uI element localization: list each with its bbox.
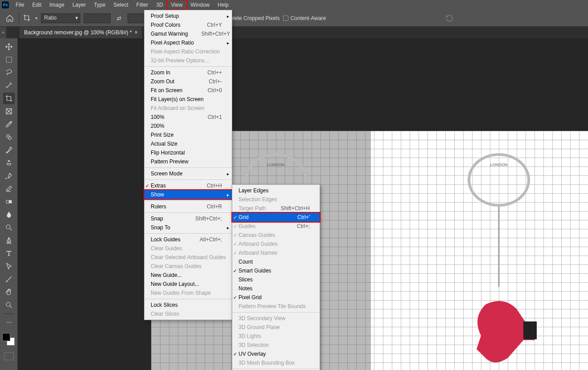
menu-item-clear-guides: Clear Guides (144, 244, 232, 253)
crop-tool[interactable] (3, 93, 15, 104)
menu-item-100-[interactable]: 100%Ctrl+1 (144, 113, 232, 122)
ratio-preset-select[interactable]: Ratio▾ (41, 13, 80, 23)
type-tool[interactable] (3, 248, 15, 259)
document-tab[interactable]: Background remover.jpg @ 100% (RGB/8#) *… (20, 27, 143, 38)
menu-item-gamut-warning[interactable]: Gamut WarningShift+Ctrl+Y (144, 29, 232, 38)
expand-panel-button[interactable]: » (0, 27, 6, 38)
menu-window[interactable]: Window (187, 0, 214, 9)
menu-item-artboard-guides: ✓Artboard Guides (232, 240, 320, 248)
menu-item-fit-on-screen[interactable]: Fit on ScreenCtrl+0 (144, 86, 232, 95)
show-submenu-dropdown: Layer EdgesSelection EdgesTarget PathShi… (232, 184, 320, 370)
menu-item-pixel-grid[interactable]: ✓Pixel Grid (232, 293, 320, 302)
lasso-tool[interactable] (3, 67, 15, 78)
eyedropper-tool[interactable] (3, 118, 15, 130)
menu-item-200-[interactable]: 200% (144, 122, 232, 130)
menu-item-screen-mode[interactable]: Screen Mode▸ (144, 169, 232, 178)
healing-tool[interactable] (3, 131, 15, 143)
menu-item-notes[interactable]: Notes (232, 284, 320, 293)
menu-item-lock-slices[interactable]: Lock Slices (144, 301, 232, 309)
menu-edit[interactable]: Edit (28, 0, 45, 9)
shape-tool[interactable] (3, 273, 15, 285)
menu-item-snap[interactable]: SnapShift+Ctrl+; (144, 214, 232, 223)
menu-item-3d-selection: 3D Selection (232, 341, 320, 350)
crop-tool-indicator[interactable] (23, 14, 32, 23)
ratio-label: Ratio (44, 15, 57, 21)
menu-item-count[interactable]: Count (232, 257, 320, 266)
brush-tool[interactable] (3, 144, 15, 156)
menu-item-grid[interactable]: ✓GridCtrl+' (232, 213, 320, 222)
eraser-tool[interactable] (3, 183, 15, 195)
marquee-tool[interactable] (3, 54, 15, 65)
menu-separator (145, 167, 231, 168)
blur-tool[interactable] (3, 209, 15, 220)
product-image-right (445, 202, 557, 370)
svg-rect-5 (6, 200, 9, 203)
menu-filter[interactable]: Filter (132, 0, 152, 9)
edit-toolbar-button[interactable]: ⋯ (3, 317, 15, 328)
document-tabs: Background remover.jpg @ 100% (RGB/8#) *… (0, 27, 588, 38)
menu-item-flip-horizontal[interactable]: Flip Horizontal (144, 148, 232, 157)
menu-view[interactable]: View (167, 0, 187, 9)
move-tool[interactable] (3, 41, 15, 53)
menu-item-fit-layer-s-on-screen[interactable]: Fit Layer(s) on Screen (144, 95, 232, 104)
menu-item-proof-colors[interactable]: Proof ColorsCtrl+Y (144, 20, 232, 29)
menu-image[interactable]: Image (45, 0, 68, 9)
menu-file[interactable]: File (12, 0, 28, 9)
menu-select[interactable]: Select (109, 0, 132, 9)
menu-item-new-guide-layout-[interactable]: New Guide Layout... (144, 280, 232, 289)
menu-layer[interactable]: Layer (68, 0, 90, 9)
width-input[interactable] (84, 13, 111, 23)
menu-item-new-guide-[interactable]: New Guide... (144, 271, 232, 280)
quick-mask-button[interactable] (4, 352, 14, 360)
clone-stamp-tool[interactable] (3, 157, 15, 169)
color-swatches[interactable] (2, 333, 16, 346)
menu-item-rulers[interactable]: RulersCtrl+R (144, 202, 232, 211)
swap-dims-button[interactable]: ⇄ (114, 13, 124, 23)
menu-item-pattern-preview[interactable]: Pattern Preview (144, 157, 232, 166)
menu-item-snap-to[interactable]: Snap To▸ (144, 223, 232, 232)
hand-tool[interactable] (3, 286, 15, 298)
svg-rect-11 (523, 321, 537, 339)
menu-item-print-size[interactable]: Print Size (144, 130, 232, 139)
menu-item-actual-size[interactable]: Actual Size (144, 139, 232, 148)
content-aware-checkbox[interactable]: Content-Aware (283, 15, 326, 21)
menu-separator (145, 200, 231, 201)
menu-item-3d-lights: 3D Lights (232, 332, 320, 341)
foreground-color[interactable] (2, 333, 10, 341)
zoom-tool[interactable] (3, 299, 15, 311)
menu-item-new-guides-from-shape: New Guides From Shape (144, 289, 232, 297)
history-brush-tool[interactable] (3, 170, 15, 182)
home-button[interactable] (4, 13, 15, 24)
menu-item-3d-secondary-view: 3D Secondary View (232, 314, 320, 323)
reset-crop-button[interactable] (444, 13, 454, 23)
dodge-tool[interactable] (3, 222, 15, 233)
gradient-tool[interactable] (3, 196, 15, 207)
menu-item-pixel-aspect-ratio[interactable]: Pixel Aspect Ratio▸ (144, 38, 232, 47)
menu-item-smart-guides[interactable]: ✓Smart Guides (232, 266, 320, 275)
menu-item-lock-guides[interactable]: Lock GuidesAlt+Ctrl+; (144, 235, 232, 244)
menu-item-canvas-guides: ✓Canvas Guides (232, 231, 320, 240)
menu-item-layer-edges[interactable]: Layer Edges (232, 186, 320, 195)
menu-item-extras[interactable]: ✓ExtrasCtrl+H (144, 181, 232, 190)
close-tab-button[interactable]: × (135, 29, 138, 36)
menu-item-zoom-out[interactable]: Zoom OutCtrl+- (144, 77, 232, 86)
menu-item-slices[interactable]: Slices (232, 275, 320, 284)
menu-item-guides: ✓GuidesCtrl+; (232, 222, 320, 231)
menu-item-proof-setup[interactable]: Proof Setup▸ (144, 12, 232, 20)
path-select-tool[interactable] (3, 260, 15, 272)
delete-cropped-label: Delete Cropped Pixels (226, 15, 280, 21)
frame-tool[interactable] (3, 106, 15, 117)
svg-rect-1 (6, 57, 12, 62)
checkbox-icon (283, 16, 288, 21)
menu-item-show[interactable]: Show▸ (144, 190, 232, 199)
app-icon: Ps (2, 1, 9, 8)
menu-item-zoom-in[interactable]: Zoom InCtrl++ (144, 68, 232, 77)
pen-tool[interactable] (3, 235, 15, 246)
menu-separator (145, 66, 231, 67)
menu-type[interactable]: Type (90, 0, 109, 9)
menu-3d[interactable]: 3D (152, 0, 167, 9)
menu-help[interactable]: Help (214, 0, 233, 9)
menu-item-clear-selected-artboard-guides: Clear Selected Artboard Guides (144, 253, 232, 262)
magic-wand-tool[interactable] (3, 80, 15, 91)
menu-item-uv-overlay[interactable]: ✓UV Overlay (232, 350, 320, 358)
